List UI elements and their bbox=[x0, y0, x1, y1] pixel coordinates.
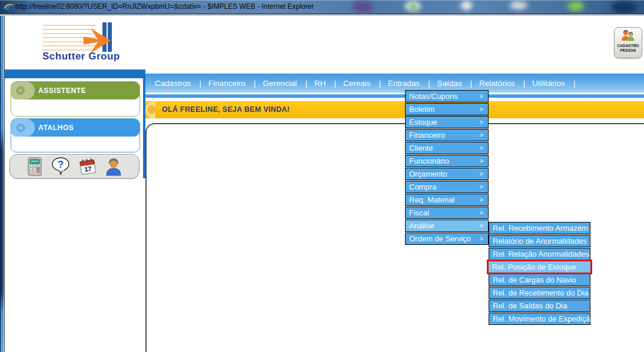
menubar-item[interactable]: Entradas bbox=[388, 79, 437, 88]
submenu-arrow-icon: > bbox=[480, 194, 483, 205]
sidebar-top-strip bbox=[5, 69, 145, 78]
submenu-arrow-icon: > bbox=[480, 168, 483, 180]
submenu-arrow-icon: > bbox=[480, 117, 483, 128]
atalhos-panel-header[interactable]: › ATALHOS bbox=[11, 119, 140, 137]
assistente-panel: › ASSISTENTE bbox=[11, 81, 140, 117]
submenu-arrow-icon: > bbox=[480, 207, 483, 218]
dropdown-item[interactable]: Análise > bbox=[405, 220, 489, 232]
people-icon bbox=[620, 29, 636, 41]
submenu-arrow-icon: > bbox=[480, 233, 483, 244]
cadastro-pessoa-button[interactable]: CADASTRO PESSOA bbox=[614, 27, 642, 58]
submenu-arrow-icon: > bbox=[480, 104, 483, 115]
submenu-arrow-icon: > bbox=[480, 220, 483, 231]
logo-bar bbox=[108, 22, 112, 52]
dropdown-item[interactable]: Ordem de Serviço > bbox=[405, 233, 489, 245]
chevron-badge-icon: › bbox=[16, 124, 25, 132]
dropdown-item[interactable]: Cliente > bbox=[405, 142, 489, 154]
taskbar-blob bbox=[461, 1, 472, 10]
calendar-icon[interactable]: 17 bbox=[78, 157, 97, 176]
calculator-icon[interactable] bbox=[26, 157, 43, 176]
assistente-label: ASSISTENTE bbox=[38, 87, 86, 95]
chevron-badge-icon: › bbox=[16, 87, 25, 95]
menubar-item[interactable]: Utilitários bbox=[532, 79, 582, 88]
internet-explorer-icon: e bbox=[3, 1, 14, 12]
logo-text: Schutter Group bbox=[42, 51, 120, 62]
submenu-item[interactable]: Rel. de Saídas do Dia bbox=[489, 300, 590, 312]
submenu-arrow-icon: > bbox=[480, 91, 483, 102]
atalhos-label: ATALHOS bbox=[38, 124, 74, 132]
atalhos-panel: › ATALHOS bbox=[11, 118, 140, 152]
submenu-item[interactable]: Rel. de Recebimento do Dia bbox=[489, 287, 590, 299]
window-title: http://freeline02:8080/?USER_ID=RnJlZWxp… bbox=[15, 0, 314, 14]
help-icon[interactable]: ? bbox=[51, 157, 71, 177]
cadastro-button-label-1: CADASTRO bbox=[615, 44, 642, 48]
taskbar-blob bbox=[410, 4, 417, 11]
menubar-item[interactable]: Saídas bbox=[437, 79, 480, 88]
menubar-item[interactable]: Cereais bbox=[343, 79, 388, 88]
submenu-item[interactable]: Rel. Recebimento Armazém bbox=[489, 222, 590, 234]
submenu-arrow-icon: > bbox=[480, 181, 483, 192]
assistente-panel-header[interactable]: › ASSISTENTE bbox=[11, 82, 140, 99]
cadastro-button-label-2: PESSOA bbox=[615, 48, 642, 53]
welcome-bar: › OLÁ FREELINE, SEJA BEM VINDA! bbox=[145, 101, 644, 118]
menubar-item[interactable]: Cadastros bbox=[155, 79, 208, 88]
menubar-items: CadastrosFinanceiroGerencialRHCereaisEnt… bbox=[155, 79, 582, 88]
dropdown-item[interactable]: Boletim > bbox=[405, 103, 489, 115]
submenu-item[interactable]: Relatório de Anormalidades bbox=[489, 235, 590, 247]
taskbar-blob bbox=[352, 1, 373, 12]
taskbar-blob bbox=[510, 1, 527, 9]
dropdown-item[interactable]: Estoque > bbox=[405, 116, 489, 128]
chevron-badge-icon: › bbox=[148, 105, 156, 114]
submenu-item[interactable]: Rel. Movimento de Expedição bbox=[489, 313, 590, 325]
browser-window: e http://freeline02:8080/?USER_ID=RnJlZW… bbox=[0, 0, 644, 352]
menubar-item[interactable]: RH bbox=[314, 79, 343, 88]
dropdown-item[interactable]: Compra > bbox=[405, 181, 489, 193]
menubar-item[interactable]: Financeiro bbox=[208, 79, 263, 88]
dropdown-item[interactable]: Fiscal > bbox=[405, 207, 489, 219]
menubar-item[interactable]: Relatórios bbox=[479, 79, 532, 88]
submenu-arrow-icon: > bbox=[480, 142, 483, 154]
main-menubar: CadastrosFinanceiroGerencialRHCereaisEnt… bbox=[145, 74, 644, 98]
menubar-item[interactable]: Gerencial bbox=[263, 79, 314, 88]
person-icon[interactable] bbox=[105, 157, 122, 176]
submenu-item[interactable]: Rel. Posição de Estoque bbox=[487, 260, 592, 274]
taskbar-blob bbox=[611, 1, 637, 14]
dropdown-item[interactable]: Req. Material > bbox=[405, 194, 489, 206]
dropdown-item[interactable]: Financeiro > bbox=[405, 129, 489, 141]
submenu-item[interactable]: Rel. Relação Anormalidades bbox=[489, 248, 590, 260]
svg-text:?: ? bbox=[58, 160, 64, 170]
window-left-frame bbox=[0, 16, 5, 352]
submenu-arrow-icon: > bbox=[480, 155, 483, 167]
dropdown-item[interactable]: Orçamento > bbox=[405, 168, 489, 180]
dropdown-item[interactable]: Funcionário > bbox=[405, 155, 489, 167]
dropdown-item[interactable]: Notas/Cupons > bbox=[405, 90, 489, 102]
taskbar-blob bbox=[567, 1, 584, 11]
window-chrome-edge bbox=[0, 14, 644, 16]
schutter-group-logo: Schutter Group bbox=[35, 21, 124, 64]
welcome-message: OLÁ FREELINE, SEJA BEM VINDA! bbox=[162, 101, 290, 118]
title-bar: e http://freeline02:8080/?USER_ID=RnJlZW… bbox=[0, 0, 644, 14]
submenu-item[interactable]: Rel. de Cargas do Navio bbox=[489, 274, 590, 286]
submenu-arrow-icon: > bbox=[480, 129, 483, 141]
sidebar-icon-toolbar: ? 17 bbox=[9, 154, 140, 179]
svg-text:17: 17 bbox=[84, 165, 92, 173]
